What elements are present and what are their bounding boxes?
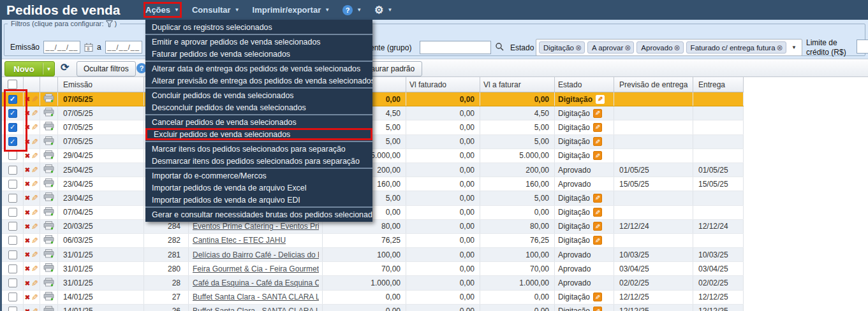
estado-edit-icon[interactable]: ✎ xyxy=(593,123,602,132)
calendar-icon[interactable]: 8 xyxy=(84,43,93,52)
delete-icon[interactable]: ✖ xyxy=(25,251,30,258)
estado-dropdown-caret-icon[interactable]: ▼ xyxy=(789,45,799,50)
edit-pencil-icon[interactable]: ✎ xyxy=(31,179,38,189)
help-icon[interactable]: ? xyxy=(342,5,353,15)
delete-icon[interactable]: ✖ xyxy=(25,265,30,272)
edit-pencil-icon[interactable]: ✎ xyxy=(31,250,38,259)
estado-edit-icon[interactable]: ✎ xyxy=(593,293,602,301)
cliente-link[interactable]: Eventos Prime Catering - Eventos Prime..… xyxy=(193,222,319,231)
menu-imprimir-exportar[interactable]: Imprimir/exportar ▼ xyxy=(253,5,330,15)
delete-icon[interactable]: ✖ xyxy=(25,223,30,230)
edit-pencil-icon[interactable]: ✎ xyxy=(31,137,38,147)
settings-menu[interactable]: ⚙ ▼ xyxy=(374,4,392,16)
edit-pencil-icon[interactable]: ✎ xyxy=(31,236,38,245)
print-icon[interactable] xyxy=(43,207,54,218)
delete-icon[interactable]: ✖ xyxy=(25,166,30,173)
edit-pencil-icon[interactable]: ✎ xyxy=(31,193,38,203)
cliente-link[interactable]: Buffet Santa Clara - SANTA CLARA LT xyxy=(193,307,319,311)
novo-caret-icon[interactable]: ▼ xyxy=(43,66,54,72)
print-icon[interactable] xyxy=(43,249,54,260)
cliente-grupo-input[interactable] xyxy=(420,41,491,54)
emissao-to-input[interactable]: __/__/__ xyxy=(105,41,142,54)
help-menu[interactable]: ? ▼ xyxy=(342,5,362,15)
row-checkbox[interactable] xyxy=(8,194,17,203)
menu-item[interactable]: Cancelar pedidos de venda selecionados xyxy=(145,116,372,128)
edit-pencil-icon[interactable]: ✎ xyxy=(31,122,38,132)
edit-pencil-icon[interactable]: ✎ xyxy=(31,165,38,175)
menu-item[interactable]: Importar pedidos de venda de arquivo Exc… xyxy=(145,182,372,194)
estado-edit-icon[interactable]: ✎ xyxy=(593,222,602,231)
delete-icon[interactable]: ✖ xyxy=(25,237,30,244)
cliente-link[interactable]: Delícias do Bairro Café - Delicias do Ba… xyxy=(193,250,319,259)
delete-icon[interactable]: ✖ xyxy=(25,209,30,216)
estado-chip[interactable]: A aprovar⊗ xyxy=(587,41,634,54)
edit-pencil-icon[interactable]: ✎ xyxy=(31,307,38,311)
print-icon[interactable] xyxy=(43,235,54,246)
delete-icon[interactable]: ✖ xyxy=(25,180,30,187)
cliente-link[interactable]: Buffet Santa Clara - SANTA CLARA LT xyxy=(193,293,319,301)
menu-item[interactable]: Desmarcar itens dos pedidos selecionados… xyxy=(145,155,372,167)
cliente-link[interactable]: Cantina Etec - ETEC JAHU xyxy=(193,236,286,245)
menu-item[interactable]: Marcar itens dos pedidos selecionados pa… xyxy=(145,143,372,155)
menu-item[interactable]: Emitir e aprovar pedidos de venda seleci… xyxy=(145,36,372,48)
row-checkbox[interactable] xyxy=(8,236,17,245)
menu-item[interactable]: Faturar pedidos de venda selecionados xyxy=(145,48,372,60)
cliente-link[interactable]: Café da Esquina - Café da Esquina Com... xyxy=(193,278,319,287)
delete-icon[interactable]: ✖ xyxy=(25,280,30,287)
header-estado[interactable]: Estado xyxy=(555,77,614,92)
header-emissao[interactable]: Emissão xyxy=(58,77,144,92)
menu-item[interactable]: Desconcluir pedidos de venda selecionado… xyxy=(145,101,372,113)
edit-pencil-icon[interactable]: ✎ xyxy=(31,222,38,231)
header-vl-a-faturar[interactable]: Vl a faturar xyxy=(480,77,555,92)
print-icon[interactable] xyxy=(43,150,54,161)
menu-item-highlighted[interactable]: Excluir pedidos de venda selecionados xyxy=(145,128,372,140)
delete-icon[interactable]: ✖ xyxy=(25,294,30,301)
header-previsao[interactable]: Previsão de entrega xyxy=(614,77,693,92)
menu-item[interactable]: Duplicar os registros selecionados xyxy=(145,21,372,33)
estado-edit-icon[interactable]: ✎ xyxy=(593,307,602,311)
print-icon[interactable] xyxy=(43,178,54,189)
chip-remove-icon[interactable]: ⊗ xyxy=(575,43,582,52)
menu-item[interactable]: Alterar data de entrega dos pedidos de v… xyxy=(145,62,372,75)
delete-icon[interactable]: ✖ xyxy=(25,152,30,159)
row-checkbox[interactable] xyxy=(8,307,17,311)
edit-pencil-icon[interactable]: ✎ xyxy=(31,264,38,273)
print-icon[interactable] xyxy=(43,136,54,147)
print-icon[interactable] xyxy=(43,122,54,133)
row-checkbox[interactable] xyxy=(8,293,17,301)
menu-item[interactable]: Alterar previsão de entrega dos pedidos … xyxy=(145,75,372,87)
print-icon[interactable] xyxy=(43,192,54,203)
delete-icon[interactable]: ✖ xyxy=(25,194,30,201)
header-entrega[interactable]: Entrega xyxy=(693,77,744,92)
search-icon[interactable] xyxy=(495,42,504,54)
select-all-checkbox[interactable] xyxy=(8,80,17,89)
filter-legend[interactable]: Filtros (clique para configurar: ) xyxy=(8,20,120,27)
menu-item[interactable]: Concluir pedidos de venda selecionados xyxy=(145,89,372,101)
limite-credito-input[interactable] xyxy=(857,40,868,54)
menu-consultar[interactable]: Consultar ▼ xyxy=(192,5,240,15)
chip-remove-icon[interactable]: ⊗ xyxy=(674,43,680,52)
edit-pencil-icon[interactable]: ✎ xyxy=(31,94,38,104)
novo-button[interactable]: Novo ▼ xyxy=(4,61,55,76)
estado-multiselect[interactable]: Digitação⊗A aprovar⊗Aprovado⊗Faturado c/… xyxy=(536,39,802,56)
edit-pencil-icon[interactable]: ✎ xyxy=(31,151,38,161)
chip-remove-icon[interactable]: ⊗ xyxy=(777,43,783,52)
print-icon[interactable] xyxy=(43,278,54,289)
cliente-link[interactable]: Feira Gourmet & Cia - Feira Gourmet & ..… xyxy=(193,264,319,273)
print-icon[interactable] xyxy=(43,108,54,119)
edit-pencil-icon[interactable]: ✎ xyxy=(31,278,38,288)
estado-edit-icon[interactable]: ✎ xyxy=(596,95,605,104)
menu-item[interactable]: Importar do e-commerce/Mercos xyxy=(145,170,372,182)
row-checkbox[interactable] xyxy=(8,151,17,160)
emissao-from-input[interactable]: __/__/__ xyxy=(43,41,80,54)
estado-chip[interactable]: Faturado c/ entrega futura⊗ xyxy=(686,41,786,54)
header-vl-faturado[interactable]: Vl faturado xyxy=(406,77,480,92)
row-checkbox[interactable] xyxy=(8,180,17,189)
estado-chip[interactable]: Digitação⊗ xyxy=(539,41,585,54)
row-checkbox[interactable] xyxy=(8,166,17,175)
print-icon[interactable] xyxy=(43,94,54,105)
delete-icon[interactable]: ✖ xyxy=(25,308,30,311)
row-checkbox[interactable] xyxy=(8,278,17,287)
print-icon[interactable] xyxy=(43,263,54,274)
menu-item[interactable]: Gerar e consultar necessidades brutas do… xyxy=(145,208,372,221)
